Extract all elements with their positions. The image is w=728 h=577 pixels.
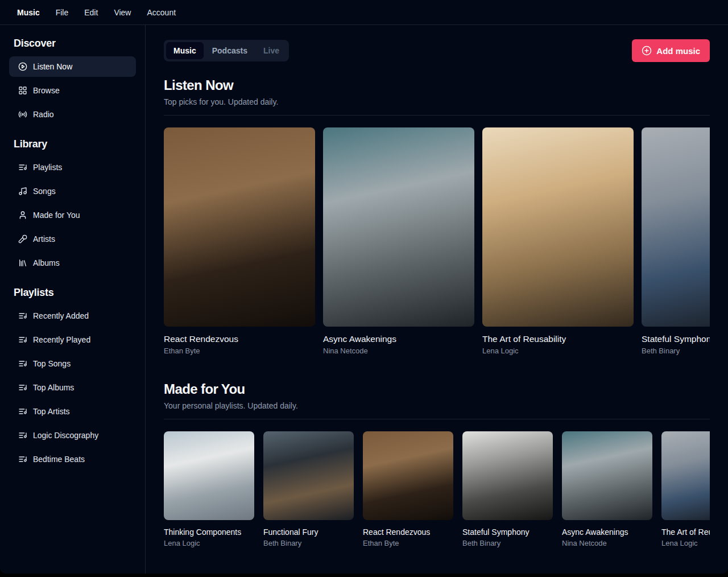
sidebar-item-songs[interactable]: Songs	[9, 181, 136, 201]
menubar-item-account[interactable]: Account	[139, 5, 184, 20]
sidebar-item-recently-added[interactable]: Recently Added	[9, 306, 136, 326]
album-artist: Beth Binary	[263, 539, 354, 547]
tab-podcasts[interactable]: Podcasts	[205, 42, 255, 59]
album-card[interactable]: React Rendezvous Ethan Byte	[164, 127, 315, 355]
album-art	[661, 431, 710, 520]
album-artist: Beth Binary	[462, 539, 553, 547]
sidebar-item-label: Logic Discography	[33, 431, 98, 440]
album-title: Async Awakenings	[562, 527, 652, 537]
list-music-icon	[18, 311, 27, 320]
album-title: Stateful Symphony	[462, 527, 553, 537]
content-header: MusicPodcastsLive Add music	[164, 39, 710, 62]
sidebar-item-browse[interactable]: Browse	[9, 80, 136, 101]
section-subtitle: Your personal playlists. Updated daily.	[164, 401, 710, 410]
microphone-icon	[18, 234, 27, 244]
album-title: The Art of Reusability	[661, 527, 710, 537]
sidebar-item-label: Top Songs	[33, 359, 71, 368]
album-card[interactable]: Thinking Components Lena Logic	[164, 431, 254, 547]
add-music-label: Add music	[656, 46, 700, 56]
sidebar-section: Discover Listen Now Browse Radio	[9, 38, 136, 125]
radio-icon	[18, 110, 27, 119]
album-art	[642, 127, 710, 327]
sidebar-item-listen-now[interactable]: Listen Now	[9, 56, 136, 77]
sidebar-item-label: Bedtime Beats	[33, 455, 85, 464]
separator	[164, 419, 710, 419]
user-icon	[18, 211, 27, 220]
sidebar-item-playlists[interactable]: Playlists	[9, 157, 136, 178]
card-row: Thinking Components Lena Logic Functiona…	[164, 431, 710, 547]
sidebar-item-label: Playlists	[33, 163, 62, 172]
album-card[interactable]: Functional Fury Beth Binary	[263, 431, 354, 547]
separator	[164, 115, 710, 116]
album-art	[164, 127, 315, 327]
sidebar: Discover Listen Now Browse Radio Library…	[0, 25, 146, 574]
album-artist: Nina Netcode	[323, 347, 474, 355]
sidebar-item-label: Albums	[33, 258, 60, 267]
album-art	[323, 127, 474, 327]
sidebar-item-artists[interactable]: Artists	[9, 229, 136, 249]
menubar-item-music[interactable]: Music	[9, 5, 48, 20]
list-music-icon	[18, 407, 27, 416]
album-art	[263, 431, 354, 520]
menubar: MusicFileEditViewAccount	[0, 0, 728, 25]
album-artist: Lena Logic	[164, 539, 254, 547]
album-artist: Beth Binary	[642, 347, 710, 355]
album-title: Thinking Components	[164, 527, 254, 537]
play-circle-icon	[18, 62, 27, 71]
list-music-icon	[18, 431, 27, 440]
sidebar-item-top-albums[interactable]: Top Albums	[9, 377, 136, 398]
album-artist: Nina Netcode	[562, 539, 652, 547]
section-subtitle: Top picks for you. Updated daily.	[164, 97, 710, 106]
sidebar-item-label: Radio	[33, 110, 54, 119]
album-title: React Rendezvous	[363, 527, 453, 537]
sidebar-item-bedtime-beats[interactable]: Bedtime Beats	[9, 449, 136, 469]
album-artist: Lena Logic	[482, 347, 634, 355]
album-card[interactable]: The Art of Reusability Lena Logic	[482, 127, 634, 355]
tab-live[interactable]: Live	[256, 42, 287, 59]
tab-music[interactable]: Music	[166, 42, 204, 59]
album-art	[363, 431, 453, 520]
card-row: React Rendezvous Ethan Byte Async Awaken…	[164, 127, 710, 355]
section-title: Listen Now	[164, 77, 710, 93]
menubar-item-edit[interactable]: Edit	[76, 5, 106, 20]
sidebar-item-top-artists[interactable]: Top Artists	[9, 401, 136, 422]
sidebar-section: Playlists Recently Added Recently Played…	[9, 287, 136, 469]
menubar-item-view[interactable]: View	[106, 5, 139, 20]
sidebar-item-label: Browse	[33, 86, 60, 95]
sidebar-section: Library Playlists Songs Made for You Art…	[9, 138, 136, 273]
album-art	[562, 431, 652, 520]
list-music-icon	[18, 163, 27, 172]
main-content: MusicPodcastsLive Add music Listen Now T…	[146, 25, 728, 574]
album-artist: Ethan Byte	[363, 539, 453, 547]
album-artist: Lena Logic	[661, 539, 710, 547]
album-title: Async Awakenings	[323, 334, 474, 344]
sidebar-item-radio[interactable]: Radio	[9, 104, 136, 125]
album-card[interactable]: Stateful Symphony Beth Binary	[642, 127, 710, 355]
list-music-icon	[18, 335, 27, 344]
album-art	[164, 431, 254, 520]
sidebar-item-label: Artists	[33, 234, 55, 244]
album-title: The Art of Reusability	[482, 334, 634, 344]
sidebar-item-label: Listen Now	[33, 62, 72, 71]
album-art	[482, 127, 634, 327]
album-card[interactable]: React Rendezvous Ethan Byte	[363, 431, 453, 547]
sidebar-item-logic-discography[interactable]: Logic Discography	[9, 425, 136, 446]
album-card[interactable]: Stateful Symphony Beth Binary	[462, 431, 553, 547]
sidebar-item-label: Made for You	[33, 211, 80, 220]
album-card[interactable]: Async Awakenings Nina Netcode	[562, 431, 652, 547]
sidebar-item-recently-played[interactable]: Recently Played	[9, 329, 136, 350]
album-art	[462, 431, 553, 520]
sidebar-section-title: Library	[14, 138, 131, 150]
content-section: Listen Now Top picks for you. Updated da…	[164, 77, 710, 355]
sidebar-item-top-songs[interactable]: Top Songs	[9, 353, 136, 374]
add-music-button[interactable]: Add music	[632, 39, 710, 62]
album-card[interactable]: Async Awakenings Nina Netcode	[323, 127, 474, 355]
media-type-tabs: MusicPodcastsLive	[164, 40, 289, 61]
plus-circle-icon	[642, 46, 652, 56]
sidebar-item-label: Recently Played	[33, 335, 90, 344]
menubar-item-file[interactable]: File	[48, 5, 77, 20]
sidebar-item-albums[interactable]: Albums	[9, 253, 136, 273]
album-card[interactable]: The Art of Reusability Lena Logic	[661, 431, 710, 547]
sidebar-item-made-for-you[interactable]: Made for You	[9, 205, 136, 225]
sidebar-item-label: Top Albums	[33, 383, 74, 392]
